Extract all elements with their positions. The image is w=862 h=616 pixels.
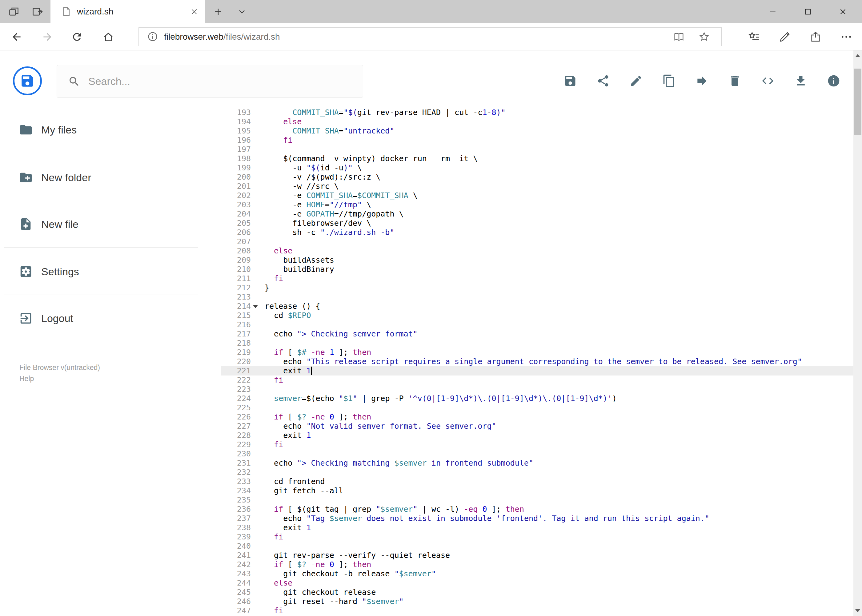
sidebar-item-settings[interactable]: Settings <box>0 262 221 281</box>
code-line-246[interactable]: 246 git reset --hard "$semver" <box>221 597 853 606</box>
code-line-221[interactable]: 221 exit 1 <box>221 366 853 376</box>
sidebar-item-new-folder[interactable]: New folder <box>0 168 221 187</box>
code-line-236[interactable]: 236 if [ $(git tag | grep "$semver" | wc… <box>221 504 853 514</box>
code-line-231[interactable]: 231 echo "> Checking matching $semver in… <box>221 459 853 468</box>
close-window-button[interactable] <box>831 0 855 23</box>
sidebar-item-logout[interactable]: Logout <box>0 308 221 328</box>
scroll-down-arrow-icon[interactable] <box>853 605 862 616</box>
copy-button[interactable] <box>662 74 676 88</box>
set-tabs-aside-icon[interactable] <box>31 5 44 18</box>
share-page-icon[interactable] <box>808 29 823 45</box>
scrollbar-thumb[interactable] <box>854 69 861 135</box>
editor[interactable]: 193 COMMIT_SHA="$(git rev-parse HEAD | c… <box>221 102 853 616</box>
code-line-213[interactable]: 213 <box>221 292 853 302</box>
code-line-216[interactable]: 216 <box>221 320 853 329</box>
code-line-204[interactable]: 204 -e GOPATH=//tmp/gopath \ <box>221 209 853 218</box>
code-line-194[interactable]: 194 else <box>221 117 853 126</box>
forward-button[interactable] <box>40 30 55 44</box>
edit-button[interactable] <box>629 74 643 88</box>
code-line-218[interactable]: 218 <box>221 339 853 348</box>
sidebar-item-new-file[interactable]: New file <box>0 214 221 234</box>
code-line-239[interactable]: 239 fi <box>221 532 853 542</box>
code-line-244[interactable]: 244 else <box>221 578 853 588</box>
code-line-199[interactable]: 199 -u "$(id -u)" \ <box>221 163 853 173</box>
code-line-211[interactable]: 211 fi <box>221 274 853 283</box>
code-line-201[interactable]: 201 -w //src \ <box>221 182 853 191</box>
info-button[interactable] <box>827 74 841 88</box>
code-line-193[interactable]: 193 COMMIT_SHA="$(git rev-parse HEAD | c… <box>221 108 853 117</box>
save-button[interactable] <box>563 74 577 88</box>
code-line-208[interactable]: 208 else <box>221 246 853 256</box>
delete-button[interactable] <box>728 74 742 88</box>
code-line-202[interactable]: 202 -e COMMIT_SHA=$COMMIT_SHA \ <box>221 191 853 200</box>
code-line-234[interactable]: 234 git fetch --all <box>221 486 853 495</box>
code-line-225[interactable]: 225 <box>221 403 853 412</box>
code-line-233[interactable]: 233 cd frontend <box>221 477 853 486</box>
minimize-button[interactable] <box>761 0 785 23</box>
code-line-214[interactable]: 214release () { <box>221 302 853 311</box>
home-button[interactable] <box>101 30 115 44</box>
code-line-222[interactable]: 222 fi <box>221 376 853 385</box>
code-line-219[interactable]: 219 if [ $# -ne 1 ]; then <box>221 348 853 357</box>
fold-marker-icon[interactable] <box>253 305 258 308</box>
tab-preview-icon[interactable] <box>7 5 20 18</box>
code-line-197[interactable]: 197 <box>221 145 853 154</box>
code-line-198[interactable]: 198 $(command -v winpty) docker run --rm… <box>221 154 853 163</box>
favorite-star-icon[interactable] <box>698 31 710 43</box>
code-line-210[interactable]: 210 buildBinary <box>221 265 853 274</box>
refresh-button[interactable] <box>70 30 84 44</box>
reading-view-icon[interactable] <box>673 31 685 43</box>
code-line-223[interactable]: 223 <box>221 385 853 394</box>
code-line-230[interactable]: 230 <box>221 449 853 459</box>
tab-close-icon[interactable] <box>188 6 200 17</box>
code-line-195[interactable]: 195 COMMIT_SHA="untracked" <box>221 126 853 136</box>
code-line-245[interactable]: 245 git checkout release <box>221 588 853 597</box>
code-line-224[interactable]: 224 semver=$(echo "$1" | grep -P '^v(0|[… <box>221 394 853 403</box>
code-line-217[interactable]: 217 echo "> Checking semver format" <box>221 329 853 339</box>
site-info-icon[interactable] <box>147 31 159 42</box>
code-line-209[interactable]: 209 buildAssets <box>221 256 853 265</box>
code-line-205[interactable]: 205 filebrowser/dev \ <box>221 218 853 228</box>
code-line-238[interactable]: 238 exit 1 <box>221 523 853 532</box>
url-box[interactable]: filebrowser.web/files/wizard.sh <box>139 27 722 46</box>
hub-favorites-icon[interactable] <box>746 29 762 45</box>
code-line-227[interactable]: 227 echo "Not valid semver format. See s… <box>221 422 853 431</box>
search-input[interactable] <box>88 75 363 87</box>
share-button[interactable] <box>596 74 610 88</box>
code-line-206[interactable]: 206 sh -c "./wizard.sh -b" <box>221 228 853 237</box>
code-line-243[interactable]: 243 git checkout -b release "$semver" <box>221 569 853 578</box>
scroll-up-arrow-icon[interactable] <box>853 50 862 61</box>
search-box[interactable] <box>57 65 363 98</box>
download-button[interactable] <box>794 74 808 88</box>
code-line-237[interactable]: 237 echo "Tag $semver does not exist in … <box>221 514 853 523</box>
sidebar-item-my-files[interactable]: My files <box>0 120 221 140</box>
code-line-242[interactable]: 242 if [ $? -ne 0 ]; then <box>221 560 853 569</box>
code-line-200[interactable]: 200 -v /$(pwd):/src:z \ <box>221 173 853 182</box>
code-button[interactable] <box>761 74 775 88</box>
code-line-240[interactable]: 240 <box>221 542 853 551</box>
web-notes-pen-icon[interactable] <box>777 29 793 45</box>
code-line-215[interactable]: 215 cd $REPO <box>221 311 853 320</box>
code-line-232[interactable]: 232 <box>221 468 853 477</box>
help-link[interactable]: Help <box>19 373 34 384</box>
code-line-228[interactable]: 228 exit 1 <box>221 431 853 440</box>
code-line-220[interactable]: 220 echo "This release script requires a… <box>221 357 853 366</box>
more-menu-icon[interactable] <box>838 29 854 45</box>
code-line-203[interactable]: 203 -e HOME="//tmp" \ <box>221 200 853 209</box>
code-line-229[interactable]: 229 fi <box>221 440 853 449</box>
code-line-207[interactable]: 207 <box>221 237 853 246</box>
code-line-235[interactable]: 235 <box>221 495 853 504</box>
move-button[interactable] <box>695 74 709 88</box>
back-button[interactable] <box>9 30 24 44</box>
new-tab-button[interactable] <box>212 6 224 18</box>
code-line-212[interactable]: 212} <box>221 283 853 292</box>
code-line-241[interactable]: 241 git rev-parse --verify --quiet relea… <box>221 551 853 560</box>
code-line-196[interactable]: 196 fi <box>221 136 853 145</box>
tab-list-dropdown-icon[interactable] <box>236 6 248 18</box>
page-scrollbar[interactable] <box>853 50 862 616</box>
tab-wizard-sh[interactable]: wizard.sh <box>50 0 205 23</box>
url-text[interactable]: filebrowser.web/files/wizard.sh <box>164 28 280 46</box>
code-line-247[interactable]: 247 fi <box>221 606 853 615</box>
code-line-226[interactable]: 226 if [ $? -ne 0 ]; then <box>221 412 853 422</box>
maximize-button[interactable] <box>796 0 819 23</box>
